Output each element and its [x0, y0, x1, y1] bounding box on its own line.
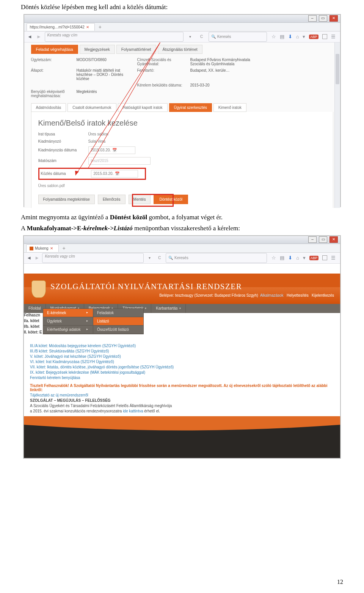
list-icon[interactable]: ▤: [280, 255, 284, 261]
kozles-input[interactable]: 2015.03.20.📅: [91, 170, 138, 178]
close-button[interactable]: ✕: [329, 236, 338, 243]
tab-megjegyzesek[interactable]: Megjegyzések: [80, 45, 115, 54]
fenntarto-value: Budapest, XX. kerüle…: [190, 68, 259, 81]
menu-icon[interactable]: ☰: [331, 255, 336, 261]
menu-karbantartas[interactable]: Karbantartás▾: [151, 304, 185, 313]
addon-icon[interactable]: [322, 255, 327, 260]
address-bar[interactable]: Keresés vagy cím: [45, 32, 184, 42]
browser-tabstrip: Mukeng ✕ +: [24, 244, 340, 253]
minimize-button[interactable]: –: [308, 236, 317, 243]
back-icon[interactable]: ◄: [26, 255, 32, 261]
submenu-item[interactable]: Összefűzött listázó: [93, 326, 143, 334]
abp-icon[interactable]: ABP: [309, 35, 318, 39]
doc-link[interactable]: VII. kötet: Iktatás, döntés közlése, jóv…: [30, 365, 334, 369]
iktato-label: Iktatószám: [38, 159, 84, 163]
magnifier-icon: 🔍: [211, 35, 216, 39]
browser-tab[interactable]: https://mukeng…ml?id=1550042 ✕: [27, 23, 95, 31]
btn-folyamatabra[interactable]: Folyamatábra megtekintése: [38, 195, 95, 204]
panel-title: Kimenő/Belső iratok kezelése: [38, 119, 326, 127]
submenu-item[interactable]: Listázó: [93, 317, 143, 326]
forward-icon[interactable]: ►: [34, 255, 40, 261]
search-box[interactable]: 🔍 Keresés: [166, 253, 267, 263]
back-icon[interactable]: ◄: [27, 34, 33, 39]
ide-kattintva-link[interactable]: ide kattintva: [123, 409, 143, 413]
tajekoztato-link[interactable]: Tájékoztató az új menürendszerről: [30, 393, 334, 397]
subtab-hatosag[interactable]: Hatóságtól kapott iratok: [118, 103, 168, 112]
maximize-button[interactable]: ▭: [319, 15, 327, 22]
minimize-button[interactable]: –: [308, 15, 317, 22]
address-bar[interactable]: Keresés vagy cím: [42, 253, 143, 263]
doc-link[interactable]: III./A kötet: Módosítás bejegyzése kérel…: [30, 344, 334, 348]
file-link[interactable]: Üres sablon.pdf: [38, 184, 65, 188]
calendar-icon[interactable]: 📅: [112, 148, 117, 152]
iktato-input[interactable]: teszt/2015: [88, 157, 151, 165]
forward-icon[interactable]: ►: [36, 34, 42, 39]
browser-tabstrip: https://mukeng…ml?id=1550042 ✕ +: [24, 23, 340, 31]
doc-link[interactable]: III./B kötet: Struktúraváltás (SZGYH Ügy…: [30, 349, 334, 353]
toolbar: ◄ ► Keresés vagy cím ▾ C 🔍 Keresés ☆ ▤ ⬇…: [24, 31, 340, 42]
search-box[interactable]: 🔍 Keresés: [209, 32, 267, 42]
dropdown-icon[interactable]: ▾: [146, 256, 154, 260]
reload-icon[interactable]: C: [156, 256, 163, 260]
ugyletszam-label: Ügyletszám:: [31, 58, 73, 66]
pocket-icon[interactable]: ▾: [303, 255, 306, 261]
star-icon[interactable]: ☆: [271, 34, 276, 39]
reload-icon[interactable]: C: [197, 35, 206, 39]
close-tab-icon[interactable]: ✕: [86, 25, 89, 29]
list-icon[interactable]: ▤: [280, 34, 284, 39]
abp-icon[interactable]: ABP: [309, 256, 318, 260]
para-intro: Döntés közlése lépésben meg kell adni a …: [21, 3, 343, 12]
kerelem-label: Kérelem beküldés dátuma:: [137, 83, 187, 87]
doc-link[interactable]: V. kötet: Jóváhagyó irat készítése (SZGY…: [30, 354, 334, 359]
star-icon[interactable]: ☆: [271, 255, 276, 261]
kiadmanyozo-label: Kiadmányozó: [38, 139, 84, 143]
search-placeholder: Keresés: [174, 256, 188, 260]
new-tab-button[interactable]: +: [99, 24, 102, 30]
browser-tab[interactable]: Mukeng ✕: [26, 244, 59, 252]
doc-link[interactable]: Fenntartó kérelem benyújtása: [30, 376, 334, 380]
magnifier-icon: 🔍: [168, 256, 173, 260]
submenu-item[interactable]: Ügyletek▸: [43, 317, 93, 326]
scrollbar[interactable]: [334, 42, 340, 208]
subtab-ugyirat[interactable]: Ügyirat szerkesztés: [169, 103, 212, 112]
subtab-kimeno[interactable]: Kimenő iratok: [213, 103, 246, 112]
link-helyettesites[interactable]: Helyettesítés: [287, 293, 309, 297]
dropdown-icon[interactable]: ▾: [186, 35, 195, 39]
benyujto-label: Benyújtó eképviselő meghatalmazása:: [31, 90, 73, 98]
submenu-item[interactable]: Feladatok: [93, 309, 143, 317]
sub-tabs: Adatmódosítás Csatolt dokumentumok Hatós…: [31, 103, 333, 112]
kiaddate-input[interactable]: 2015.03.20.📅: [88, 146, 135, 154]
new-tab-button[interactable]: +: [63, 245, 66, 251]
menu-icon[interactable]: ☰: [331, 34, 336, 39]
home-icon[interactable]: ⌂: [296, 34, 299, 39]
link-kijelentkezes[interactable]: Kijelentkezés: [312, 293, 334, 297]
calendar-icon[interactable]: 📅: [115, 171, 119, 176]
download-icon[interactable]: ⬇: [288, 34, 292, 39]
submenu-item[interactable]: E-kérelmek▸: [43, 309, 93, 317]
para-2: Amint megnyomta az ügyintéző a Döntést k…: [21, 213, 343, 222]
btn-ellenorzes[interactable]: Ellenőrzés: [98, 195, 126, 204]
left-hint: II. kötet: E: [24, 330, 42, 334]
para-3: A Munkafolyamat->E-kérelmek->Listázó men…: [21, 224, 343, 233]
home-icon[interactable]: ⌂: [296, 255, 299, 261]
maximize-button[interactable]: ▭: [319, 236, 327, 243]
addon-icon[interactable]: [322, 34, 327, 39]
benyujto-value[interactable]: Megtekintés: [77, 90, 133, 98]
close-button[interactable]: ✕: [329, 15, 338, 22]
link-alkalmazasok[interactable]: Alkalmazások: [260, 293, 284, 297]
page-content: FelhasznI/a. kötetI/b. kötetII. kötet: E…: [24, 313, 340, 419]
download-icon[interactable]: ⬇: [288, 255, 292, 261]
pocket-icon[interactable]: ▾: [303, 34, 305, 39]
submenu-item[interactable]: Elérhetőségi adatok▸: [43, 326, 93, 334]
doc-link[interactable]: VI. kötet: Irat Kiadmányozása (SZGYH Ügy…: [30, 360, 334, 364]
tab-folyamat[interactable]: Folyamattörténet: [116, 45, 156, 54]
subtab-csatolt[interactable]: Csatolt dokumentumok: [67, 103, 116, 112]
search-placeholder: Keresés: [217, 35, 231, 39]
tab-atszignalas[interactable]: Átszignálás történet: [158, 45, 202, 54]
system-title: SZOLGÁLTATÓI NYILVÁNTARTÁSI RENDSZER: [50, 282, 242, 291]
subtab-adatmod[interactable]: Adatmódosítás: [31, 103, 66, 112]
tab-feladat[interactable]: Feladat végrehajtása: [31, 45, 78, 54]
close-tab-icon[interactable]: ✕: [50, 246, 53, 250]
invite-line2: a 2015. évi szakmai konzultációs rendezv…: [30, 409, 334, 413]
doc-link[interactable]: IX. kötet: Bejegyzések lekérdezése (MÁK …: [30, 370, 334, 374]
